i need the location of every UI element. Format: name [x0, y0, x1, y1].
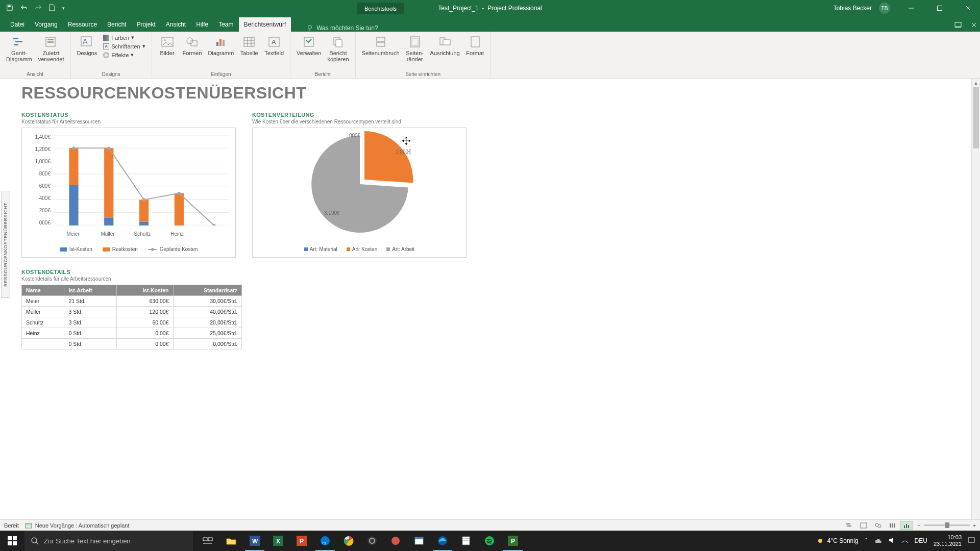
svg-rect-65	[846, 523, 850, 524]
margins-button[interactable]: Seiten- ränder	[404, 34, 426, 63]
edge-icon[interactable]	[431, 531, 454, 551]
details-subtitle: Kostendetails für alle Arbeitsressourcen	[21, 276, 242, 282]
images-button[interactable]: Bilder	[156, 34, 179, 57]
tab-team[interactable]: Team	[213, 17, 238, 32]
maximize-button[interactable]	[928, 0, 951, 16]
table-row[interactable]: Müller3 Std.120,00€40,00€/Std.	[22, 307, 242, 317]
view-team-icon[interactable]	[871, 521, 885, 530]
tray-clock[interactable]: 10:03 23.11.2021	[934, 534, 962, 547]
tab-vorgang[interactable]: Vorgang	[30, 17, 63, 32]
svg-point-95	[368, 536, 377, 545]
cost-status-chart[interactable]: 1,400€ 1,200€ 1,000€ 800€ 600€ 400€ 200€…	[21, 128, 236, 258]
tray-volume-icon[interactable]	[888, 537, 895, 545]
size-button[interactable]: Format	[464, 34, 486, 57]
taskbar-search[interactable]: Zur Suche Text hier eingeben	[24, 531, 193, 551]
view-resource-icon[interactable]	[886, 521, 899, 530]
view-side-tab[interactable]: RESSOURCENKOSTENÜBERSICHT	[1, 191, 10, 298]
svg-rect-54	[104, 148, 113, 218]
page-break-button[interactable]: Seitenumbruch	[360, 34, 402, 57]
tab-ressource[interactable]: Ressource	[63, 17, 102, 32]
tray-chevron-icon[interactable]: ˄	[865, 537, 868, 544]
margins-icon	[408, 35, 422, 49]
col-satz: Standardsatz	[173, 285, 242, 296]
svg-rect-12	[15, 41, 22, 42]
redo-icon[interactable]	[35, 4, 42, 13]
svg-rect-24	[219, 39, 222, 46]
chrome-icon[interactable]	[337, 531, 360, 551]
zoom-out-icon[interactable]: −	[917, 522, 920, 529]
gantt-chart-button[interactable]: Gantt- Diagramm	[4, 34, 34, 63]
shapes-button[interactable]: Formen	[181, 34, 204, 57]
copy-report-button[interactable]: Bericht kopieren	[325, 34, 351, 63]
excel-icon[interactable]: X	[266, 531, 290, 551]
table-button[interactable]: Tabelle	[238, 34, 260, 57]
project-icon[interactable]: P	[501, 531, 525, 551]
view-task-icon[interactable]	[857, 521, 870, 530]
app-generic-icon[interactable]	[384, 531, 407, 551]
ribbon-display-icon[interactable]	[954, 22, 962, 30]
obs-icon[interactable]	[360, 531, 384, 551]
zoom-slider[interactable]: − +	[917, 522, 976, 529]
tray-onedrive-icon[interactable]	[874, 537, 882, 545]
tell-me-search[interactable]: Was möchten Sie tun?	[306, 24, 378, 32]
scroll-thumb[interactable]	[973, 87, 979, 148]
table-row[interactable]: Heinz0 Std.0,00€25,00€/Std.	[22, 328, 242, 339]
qat-customize-icon[interactable]: ▾	[62, 6, 65, 11]
recently-used-button[interactable]: Zuletzt verwendet	[36, 34, 66, 63]
manage-button[interactable]: Verwalten	[295, 34, 323, 57]
fonts-button[interactable]: ASchriftarten ▾	[101, 42, 147, 50]
page-icon[interactable]	[49, 4, 55, 13]
chart-button[interactable]: Diagramm	[206, 34, 236, 57]
status-mode: Neue Vorgänge : Automatisch geplant	[35, 522, 130, 529]
zoom-in-icon[interactable]: +	[973, 522, 976, 529]
start-button[interactable]	[0, 531, 24, 551]
vertical-scrollbar[interactable]: ▲ ▼	[971, 79, 980, 529]
fonts-icon: A	[103, 43, 109, 49]
table-row[interactable]: 0 Std.0,00€0,00€/Std.	[22, 339, 242, 349]
notepad-icon[interactable]	[454, 531, 478, 551]
table-row[interactable]: Meier21 Std.630,00€30,00€/Std.	[22, 296, 242, 307]
tab-projekt[interactable]: Projekt	[131, 17, 160, 32]
undo-icon[interactable]	[20, 4, 28, 13]
lightbulb-icon	[306, 24, 313, 32]
powerpoint-icon[interactable]: P	[290, 531, 313, 551]
weather-widget[interactable]: 4°C Sonnig	[816, 537, 859, 545]
scroll-up-icon[interactable]: ▲	[972, 79, 980, 87]
table-row[interactable]: Schultz3 Std.60,00€20,00€/Std.	[22, 317, 242, 328]
save-icon[interactable]	[6, 4, 13, 13]
tab-hilfe[interactable]: Hilfe	[191, 17, 213, 32]
tray-notifications-icon[interactable]	[968, 537, 975, 545]
ytick: 400€	[25, 195, 51, 201]
tab-berichtsentwurf[interactable]: Berichtsentwurf	[239, 17, 291, 32]
tab-ansicht[interactable]: Ansicht	[161, 17, 191, 32]
orientation-button[interactable]: Ausrichtung	[428, 34, 462, 57]
report-page[interactable]: RESSOURCENKOSTENÜBERSICHT KOSTENSTATUS K…	[12, 79, 971, 529]
task-view-icon[interactable]	[196, 531, 219, 551]
view-report-icon[interactable]	[900, 521, 913, 530]
ytick: 1,200€	[25, 146, 51, 152]
tray-language[interactable]: DEU	[915, 537, 927, 544]
xtick: Schultz	[127, 231, 158, 237]
themes-button[interactable]: A Designs	[75, 34, 100, 57]
edge-legacy-icon[interactable]: 73	[313, 531, 337, 551]
tab-bericht[interactable]: Bericht	[102, 17, 131, 32]
window-close-alt-icon[interactable]	[971, 22, 977, 30]
tray-network-icon[interactable]	[901, 537, 909, 545]
explorer-icon[interactable]	[219, 531, 243, 551]
cost-distribution-chart[interactable]: 000€ 1.000€ 3.190€ Art: Material Art: Ko…	[252, 128, 467, 258]
app-window-icon[interactable]	[407, 531, 431, 551]
textbox-button[interactable]: ATextfeld	[262, 34, 286, 57]
svg-rect-83	[208, 538, 212, 541]
spotify-icon[interactable]	[478, 531, 501, 551]
effects-button[interactable]: Effekte ▾	[101, 51, 147, 59]
word-icon[interactable]: W	[243, 531, 266, 551]
group-label-einfugen: Einfügen	[156, 70, 286, 77]
colors-button[interactable]: Farben ▾	[101, 34, 147, 41]
user-avatar[interactable]: TB	[879, 3, 890, 14]
tab-datei[interactable]: Datei	[5, 17, 30, 32]
view-gantt-icon[interactable]	[843, 521, 856, 530]
minimize-button[interactable]	[899, 0, 923, 16]
user-name[interactable]: Tobias Becker	[834, 5, 872, 12]
cost-details-table[interactable]: Name Ist-Arbeit Ist-Kosten Standardsatz …	[21, 285, 242, 349]
close-button[interactable]	[957, 0, 980, 16]
